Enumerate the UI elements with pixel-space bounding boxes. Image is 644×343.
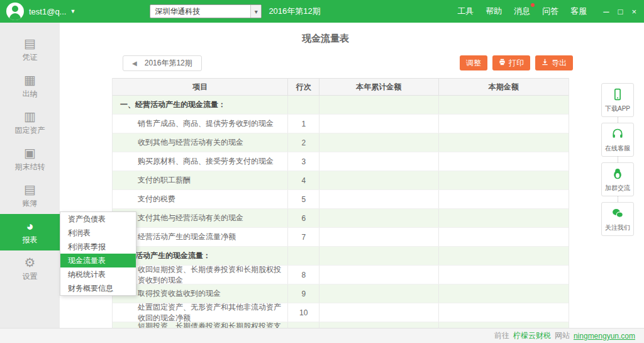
row-year-amount[interactable] (319, 284, 438, 303)
menu-help[interactable]: 帮助 (486, 6, 502, 17)
window-controls: ─ □ × (603, 7, 636, 16)
sidebar-item-label: 出纳 (23, 89, 38, 99)
footer-brand-link[interactable]: 柠檬云财税 (513, 330, 551, 341)
row-period-amount[interactable] (439, 228, 569, 246)
follow-us-card[interactable]: 关注我们 (601, 202, 634, 236)
row-year-amount[interactable] (319, 266, 438, 284)
row-period-amount[interactable] (439, 96, 569, 114)
table-row: 处置固定资产、无形资产和其他非流动资产收回的现金净额 10 (113, 303, 569, 322)
menu-service[interactable]: 客服 (570, 6, 587, 17)
row-line (288, 247, 319, 265)
row-year-amount[interactable] (319, 322, 438, 328)
sidebar-item-reports[interactable]: ◕ 报表 (0, 214, 60, 250)
maximize-icon[interactable]: □ (618, 7, 623, 16)
row-period-amount[interactable] (439, 247, 569, 265)
sidebar-item-books[interactable]: ▤ 账簿 (0, 177, 60, 214)
row-line: 6 (288, 209, 319, 227)
row-item: 经营活动产生的现金流量净额 (113, 228, 288, 246)
row-line: 9 (288, 284, 319, 303)
follow-us-label: 关注我们 (605, 223, 630, 232)
row-period-amount[interactable] (439, 322, 569, 328)
username-label: test1@q... (29, 7, 66, 16)
submenu-cash-flow[interactable]: 现金流量表 (60, 254, 136, 267)
dotted-divider (618, 157, 618, 162)
prev-period-icon[interactable]: ◀ (132, 60, 137, 67)
submenu-balance-sheet[interactable]: 资产负债表 (60, 212, 136, 226)
row-year-amount[interactable] (319, 152, 438, 171)
menu-messages[interactable]: 消息 (514, 6, 530, 17)
row-year-amount[interactable] (319, 115, 438, 133)
row-period-amount[interactable] (439, 152, 569, 171)
row-year-amount[interactable] (319, 133, 438, 152)
minimize-icon[interactable]: ─ (603, 7, 609, 16)
row-year-amount[interactable] (319, 171, 438, 189)
voucher-icon: ▤ (24, 37, 36, 50)
sidebar-item-label: 报表 (23, 235, 38, 245)
sidebar-item-fixed-assets[interactable]: ▥ 固定资产 (0, 104, 60, 141)
menu-tools[interactable]: 工具 (457, 6, 474, 17)
headset-icon (611, 128, 624, 142)
printer-icon (499, 59, 506, 67)
sidebar-item-carry-forward[interactable]: ▣ 期末结转 (0, 141, 60, 177)
adjust-label: 调整 (466, 58, 481, 69)
row-year-amount[interactable] (319, 190, 438, 208)
submenu-income-statement[interactable]: 利润表 (60, 226, 136, 240)
row-year-amount[interactable] (319, 303, 438, 322)
submenu-income-quarterly[interactable]: 利润表季报 (60, 240, 136, 254)
row-item: 销售产成品、商品、提供劳务收到的现金 (113, 115, 288, 133)
submenu-finance-summary[interactable]: 财务概要信息 (60, 281, 136, 295)
row-year-amount[interactable] (319, 96, 438, 114)
dotted-divider (618, 117, 618, 123)
user-avatar[interactable] (6, 3, 24, 20)
table-row: 支付的税费 5 (113, 190, 569, 209)
row-line: 11 (288, 322, 319, 328)
row-period-amount[interactable] (439, 190, 569, 208)
print-button[interactable]: 打印 (492, 55, 530, 70)
header-line: 行次 (288, 79, 319, 95)
row-line: 10 (288, 303, 319, 322)
row-line (288, 96, 319, 114)
sidebar-item-voucher[interactable]: ▤ 凭证 (0, 31, 60, 68)
row-item: 处置固定资产、无形资产和其他非流动资产收回的现金净额 (113, 303, 288, 322)
sidebar-item-label: 账簿 (23, 198, 38, 209)
table-row: 收到其他与经营活动有关的现金 2 (113, 133, 569, 152)
row-year-amount[interactable] (319, 247, 438, 265)
export-button[interactable]: 导出 (535, 55, 573, 70)
row-period-amount[interactable] (439, 284, 569, 303)
adjust-button[interactable]: 调整 (460, 55, 487, 70)
message-badge (531, 3, 535, 7)
row-period-amount[interactable] (439, 171, 569, 189)
menu-qa[interactable]: 问答 (542, 6, 558, 17)
close-icon[interactable]: × (631, 7, 636, 16)
submenu-tax-statistics[interactable]: 纳税统计表 (60, 267, 136, 281)
sidebar-item-label: 凭证 (23, 52, 38, 63)
row-year-amount[interactable] (319, 209, 438, 227)
row-period-amount[interactable] (439, 133, 569, 152)
row-line: 2 (288, 133, 319, 152)
join-group-card[interactable]: 加群交流 (601, 162, 634, 196)
footer-domain-link[interactable]: ningmengyun.com (574, 332, 635, 340)
header-period-amount: 本期金额 (439, 79, 569, 95)
sidebar-item-cashier[interactable]: ▦ 出纳 (0, 68, 60, 104)
row-period-amount[interactable] (439, 209, 569, 227)
right-quick-bar: 下载APP 在线客服 加群交流 关注我们 (591, 23, 644, 328)
company-select[interactable]: 深圳华通科技 ▾ (150, 4, 262, 18)
user-account-menu[interactable]: test1@q... ▼ (29, 7, 75, 16)
row-item: 购买原材料、商品、接受劳务支付的现金 (113, 152, 288, 171)
sidebar-item-label: 固定资产 (15, 125, 45, 136)
period-selector[interactable]: ◀ 2016年第12期 (123, 55, 202, 71)
download-app-card[interactable]: 下载APP (601, 83, 634, 117)
row-period-amount[interactable] (439, 115, 569, 133)
row-item: 收到其他与经营活动有关的现金 (113, 133, 288, 152)
table-row: 取得投资收益收到的现金 9 (113, 284, 569, 303)
row-year-amount[interactable] (319, 228, 438, 246)
row-period-amount[interactable] (439, 303, 569, 322)
download-app-label: 下载APP (605, 104, 630, 113)
online-service-card[interactable]: 在线客服 (601, 123, 634, 157)
sidebar-item-settings[interactable]: ⚙ 设置 (0, 250, 60, 287)
row-line: 1 (288, 115, 319, 133)
table-row: 投资活动产生的现金流量： (113, 247, 569, 266)
print-label: 打印 (509, 58, 524, 69)
phone-icon (611, 88, 624, 102)
row-period-amount[interactable] (439, 266, 569, 284)
